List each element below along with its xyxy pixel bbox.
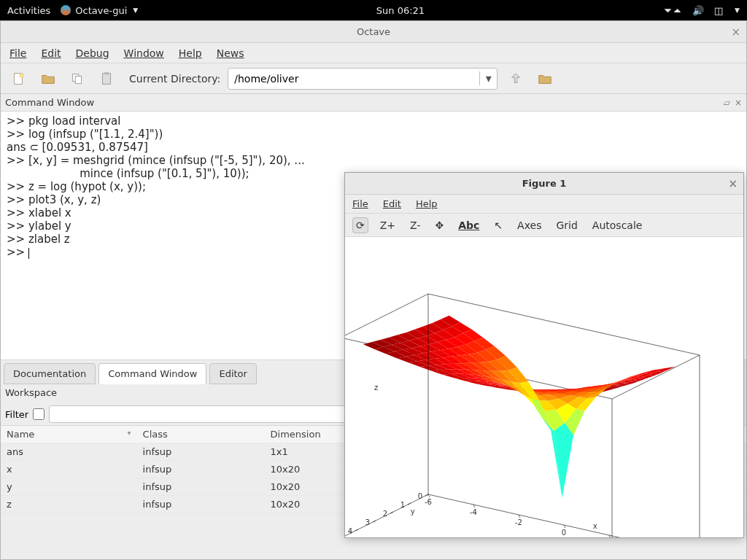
system-menu-icon[interactable]: ▼ xyxy=(735,7,740,14)
figure-canvas[interactable]: -3-2-1012-6-4-20246012345 z y x xyxy=(345,237,743,537)
fig-menu-help[interactable]: Help xyxy=(416,198,438,209)
svg-line-244 xyxy=(425,494,428,496)
up-directory-icon[interactable] xyxy=(505,68,527,90)
activities-button[interactable]: Activities xyxy=(7,5,50,16)
cmd-line: >> z = log (hypot (x, y)); xyxy=(7,180,146,193)
cmd-line: ans ⊂ [0.09531, 0.87547] xyxy=(7,141,148,154)
svg-text:4: 4 xyxy=(348,527,352,535)
cmd-line: >> xyxy=(7,246,28,259)
tab-command-window[interactable]: Command Window xyxy=(98,363,206,384)
paste-icon[interactable] xyxy=(96,68,117,90)
svg-text:-6: -6 xyxy=(425,498,432,506)
cmd-line: >> plot3 (x, y, z) xyxy=(7,193,101,206)
menubar: File Edit Debug Window Help News xyxy=(1,43,746,63)
svg-line-248 xyxy=(390,512,393,513)
network-icon[interactable]: ⏷⏶ xyxy=(663,5,682,16)
cmd-line: >> ylabel y xyxy=(7,219,71,233)
ylabel: y xyxy=(411,507,415,516)
octave-icon xyxy=(61,5,71,15)
pan-icon[interactable]: ✥ xyxy=(432,218,446,233)
copy-icon[interactable] xyxy=(66,68,88,90)
zlabel: z xyxy=(374,383,379,392)
svg-rect-5 xyxy=(104,71,109,74)
sort-down-icon: ▾ xyxy=(128,429,131,437)
rotate-icon[interactable]: ⟳ xyxy=(352,217,368,233)
cmd-line: >> xlabel x xyxy=(7,206,71,219)
menu-file[interactable]: File xyxy=(9,47,26,59)
close-pane-icon[interactable]: × xyxy=(735,98,742,108)
svg-line-252 xyxy=(355,529,358,531)
svg-text:-4: -4 xyxy=(470,508,477,516)
new-file-icon[interactable] xyxy=(8,68,30,90)
cmd-line: >> log (infsup ("[1.1, 2.4]")) xyxy=(7,128,163,141)
fig-menu-edit[interactable]: Edit xyxy=(383,198,401,209)
cmd-line: >> pkg load interval xyxy=(7,114,120,128)
svg-text:-2: -2 xyxy=(515,518,522,526)
fig-menu-file[interactable]: File xyxy=(352,198,368,209)
cmd-line: mince (infsup ("[0.1, 5]"), 10)); xyxy=(7,167,249,180)
figure-titlebar[interactable]: Figure 1 × xyxy=(345,173,743,195)
col-class[interactable]: Class xyxy=(137,426,265,443)
autoscale-button[interactable]: Autoscale xyxy=(589,218,646,233)
grid-button[interactable]: Grid xyxy=(553,218,580,233)
surface-plot: -3-2-1012-6-4-20246012345 xyxy=(345,237,745,537)
zoom-out-button[interactable]: Z- xyxy=(407,218,423,233)
filter-checkbox[interactable] xyxy=(33,408,44,420)
figure-menubar: File Edit Help xyxy=(345,195,743,214)
svg-line-12 xyxy=(612,355,700,399)
menu-help[interactable]: Help xyxy=(179,47,202,59)
menu-window[interactable]: Window xyxy=(124,47,164,59)
text-annotation-icon[interactable]: Abc xyxy=(455,218,482,233)
svg-rect-3 xyxy=(75,76,81,83)
figure-title: Figure 1 xyxy=(522,178,567,189)
window-title: Octave xyxy=(357,26,390,37)
tab-documentation[interactable]: Documentation xyxy=(4,363,96,384)
current-directory-label: Current Directory: xyxy=(129,73,220,85)
undock-icon[interactable]: ▱ xyxy=(724,98,730,108)
svg-line-250 xyxy=(373,521,376,522)
zoom-in-button[interactable]: Z+ xyxy=(377,218,398,233)
window-titlebar[interactable]: Octave × xyxy=(1,21,746,43)
cmd-line: >> [x, y] = meshgrid (mince (infsup ("[-… xyxy=(7,154,305,167)
battery-icon[interactable]: ◫ xyxy=(714,5,723,16)
svg-rect-4 xyxy=(103,73,111,84)
close-icon[interactable]: × xyxy=(728,177,738,190)
chevron-down-icon[interactable]: ▾ xyxy=(479,71,497,85)
svg-text:0: 0 xyxy=(562,529,566,537)
volume-icon[interactable]: 🔊 xyxy=(692,5,704,16)
command-window-header[interactable]: Command Window ▱ × xyxy=(1,94,746,112)
browse-folder-icon[interactable] xyxy=(534,68,556,90)
open-folder-icon[interactable] xyxy=(37,68,59,90)
toolbar: Current Directory: ▾ xyxy=(1,63,746,94)
col-name[interactable]: Name▾ xyxy=(1,426,137,443)
app-menu[interactable]: Octave-gui ▼ xyxy=(61,5,138,16)
figure-toolbar: ⟳ Z+ Z- ✥ Abc ↖ Axes Grid Autoscale xyxy=(345,214,743,237)
svg-line-246 xyxy=(408,503,411,505)
axes-button[interactable]: Axes xyxy=(514,218,544,233)
cursor xyxy=(28,248,29,259)
cmd-line: >> zlabel z xyxy=(7,233,70,246)
pointer-icon[interactable]: ↖ xyxy=(491,218,506,233)
svg-text:1: 1 xyxy=(400,501,405,509)
svg-text:3: 3 xyxy=(365,518,370,526)
filter-label: Filter xyxy=(5,409,28,420)
svg-text:2: 2 xyxy=(383,510,387,518)
current-directory-input[interactable] xyxy=(228,73,479,85)
menu-debug[interactable]: Debug xyxy=(76,47,109,59)
close-icon[interactable]: × xyxy=(731,26,740,39)
chevron-down-icon: ▼ xyxy=(133,7,138,14)
xlabel: x xyxy=(593,521,597,530)
svg-point-1 xyxy=(20,73,23,77)
gnome-top-bar: Activities Octave-gui ▼ Sun 06:21 ⏷⏶ 🔊 ◫… xyxy=(0,0,747,20)
current-directory-combo[interactable]: ▾ xyxy=(228,68,498,90)
menu-news[interactable]: News xyxy=(217,47,244,59)
svg-text:0: 0 xyxy=(418,492,422,500)
menu-edit[interactable]: Edit xyxy=(41,47,61,59)
figure-window[interactable]: Figure 1 × File Edit Help ⟳ Z+ Z- ✥ Abc … xyxy=(344,172,744,538)
clock[interactable]: Sun 06:21 xyxy=(138,5,663,16)
tab-editor[interactable]: Editor xyxy=(209,363,256,384)
